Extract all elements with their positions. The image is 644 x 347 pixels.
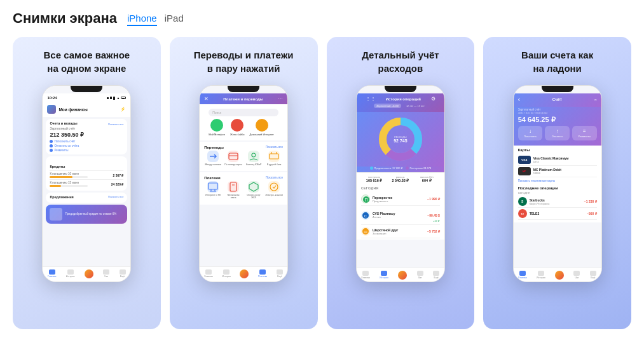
p4-show-inactive[interactable]: Показать неактивные карты	[518, 177, 597, 184]
p4-recent-1-info: Starbucks Кафе-Рестораны	[530, 198, 582, 205]
p4-nav-chat[interactable]: Чат	[573, 271, 580, 280]
phone-2: ✕ Платежи и переводы ⋯ Поиск Мой Мегафон…	[199, 85, 288, 282]
screenshot-card-4: Ваши счета какна ладони ‹ Счёт ✏ Зарплат…	[483, 37, 631, 329]
svg-text:Ш: Ш	[364, 230, 367, 234]
p4-btn-details[interactable]: ≡ Реквизиты	[572, 126, 597, 140]
p1-status-bar: 10:24 ▲	[43, 93, 130, 102]
p2-contact-1: Мой Мегафон	[209, 119, 225, 136]
p4-nav-more[interactable]: Ещё	[590, 271, 596, 280]
p2-payment-1[interactable]: Интернет и ТВ	[204, 181, 222, 199]
chat-icon	[259, 269, 266, 275]
p4-recent-date: СЕГОДНЯ	[518, 191, 597, 194]
p3-date-tab-2[interactable]: 12 авг — 19 авг	[404, 104, 427, 108]
p1-nav-more[interactable]: Ещё	[120, 269, 126, 280]
p3-transactions: П Перекресток Продовольст. −1 990 ₽ C	[357, 191, 444, 240]
chat-icon	[573, 271, 580, 276]
p2-nav-history[interactable]: История	[222, 269, 231, 280]
p2-title: Платежи и переводы	[223, 97, 263, 101]
p1-action-buttons: Пополнить счёт	[50, 140, 123, 143]
p1-title-row: Мои финансы ⚡	[43, 102, 130, 117]
p2-contact-2: Жена бэйби	[230, 119, 244, 136]
p2-nav-more[interactable]: Ещё	[277, 269, 283, 280]
p2-contacts: Мой Мегафон Жена бэйби Домашний Интернет	[204, 119, 283, 139]
p4-nav-pay[interactable]	[555, 271, 564, 280]
p2-transfer-3[interactable]: Клиенту ЮБиР	[245, 151, 263, 166]
tab-iphone[interactable]: iPhone	[127, 11, 157, 26]
p3-tx-1-info: Перекресток Продовольст.	[373, 196, 425, 203]
card-4-title: Ваши счета какна ладони	[521, 48, 593, 75]
p4-recent-icon-2: T2	[518, 209, 527, 218]
p2-nav-home[interactable]: Главная	[204, 269, 212, 280]
p4-btn-pay[interactable]: ↑ Оплатить	[545, 126, 570, 140]
p3-nav-history[interactable]: История	[380, 271, 388, 280]
payment-icon-2	[228, 181, 239, 193]
p4-recent-2-info: TELE2	[530, 212, 584, 215]
p1-accounts-section: Счета и вклады Показать все Зарплатный с…	[46, 119, 127, 154]
p2-transfer-2[interactable]: По номеру карты	[224, 151, 242, 166]
tab-ipad[interactable]: iPad	[165, 11, 184, 26]
p4-nav-home[interactable]: Главная	[518, 271, 526, 280]
p2-contact-3: Домашний Интернет	[249, 119, 273, 136]
tx-icon-1: П	[361, 194, 370, 203]
p4-card-1-info: Visa Classic Максимум 1074	[533, 156, 597, 163]
p2-payment-3[interactable]: Оплата услуг ЖКХ	[245, 181, 263, 199]
pay-icon	[85, 269, 93, 278]
transfer-icon-2	[228, 151, 239, 162]
p1-promo-banner: Предодобренный кредит по ставке 6%	[46, 205, 127, 224]
p3-header: ⋮⋮ История операций ⚙ Зарплатный +3430 1…	[357, 93, 444, 112]
p3-date-tab-1[interactable]: Зарплатный +3430	[374, 104, 401, 108]
p1-nav-history[interactable]: История	[66, 269, 75, 280]
p4-nav-history[interactable]: История	[537, 271, 545, 280]
p2-transfer-4[interactable]: В другой банк	[265, 151, 283, 166]
chat-icon	[417, 271, 423, 276]
battery-icon	[121, 97, 126, 99]
svg-text:П: П	[364, 198, 367, 202]
p3-stat-2: расход. 2 540.53 ₽	[387, 175, 413, 182]
page-title: Снимки экрана	[13, 10, 117, 27]
p2-back-icon[interactable]: ✕	[204, 96, 209, 102]
p4-back-icon[interactable]: ‹	[518, 96, 520, 103]
p3-nav-more[interactable]: Ещё	[433, 271, 439, 280]
p2-transfers-header: Переводы Показать все	[200, 144, 287, 151]
p1-btn-details[interactable]: Реквизиты	[50, 149, 123, 152]
screen-1: 10:24 ▲ Мои финансы ⚡ Сч	[43, 86, 130, 282]
p4-action-buttons: ↓ Пополнить ↑ Оплатить ≡ Реквизиты	[518, 126, 597, 140]
p1-btn-pay[interactable]: Оплатить со счёта	[50, 144, 123, 147]
transfer-icon-1	[207, 151, 219, 162]
p2-search[interactable]: Поиск	[209, 109, 278, 116]
p4-card-logo-2: MC	[518, 167, 531, 175]
p2-nav-pay[interactable]	[240, 269, 249, 280]
p4-recent-icon-1: S	[518, 197, 527, 206]
p4-account-section: Зарплатный счёт 40817 810 04 7894 01043 …	[514, 107, 601, 146]
p2-payment-2[interactable]: Мобильная связь	[224, 181, 242, 199]
p2-nav-chat[interactable]: Платежи	[258, 269, 267, 280]
tx-icon-2: C	[361, 211, 370, 220]
p4-cards-section: Карты VISA Visa Classic Максимум 1074 MC	[514, 146, 601, 222]
p4-btn-topup[interactable]: ↓ Пополнить	[518, 126, 543, 140]
p3-donut-chart: РАСХОДЫ 92 745	[378, 117, 423, 161]
payment-icon-4	[268, 181, 280, 193]
p1-btn-topup[interactable]: Пополнить счёт	[50, 140, 75, 143]
p1-nav-home[interactable]: Главная	[48, 269, 56, 280]
p1-credit-1: К погашению 10 июня 2 367 ₽	[50, 170, 123, 179]
p2-payment-4[interactable]: Электро- кошели	[265, 181, 283, 199]
p4-edit-icon[interactable]: ✏	[594, 98, 597, 102]
p3-stat-3: наличн./б/н 604 ₽	[414, 175, 440, 182]
p3-nav-home[interactable]: Главная	[362, 271, 370, 280]
p4-card-2-info: MC Platinum Debit 18084	[533, 168, 597, 175]
p4-card-1: VISA Visa Classic Максимум 1074	[518, 154, 597, 166]
p1-nav-pay[interactable]	[85, 269, 93, 280]
p1-app-name: Мои финансы	[58, 107, 88, 112]
p3-nav-chat[interactable]: Чат	[417, 271, 423, 280]
p1-promo-image	[50, 208, 62, 221]
p1-status-icons: ▲	[107, 96, 126, 100]
history-icon	[381, 271, 387, 276]
p3-stat-1: поступило 105 616 ₽	[361, 175, 387, 182]
p3-donut-area: РАСХОДЫ 92 745	[357, 112, 444, 167]
p2-transfer-1[interactable]: Между счетами	[204, 151, 222, 166]
p3-nav-pay[interactable]	[398, 271, 407, 280]
p2-bottom-nav: Главная История Платежи	[200, 266, 287, 282]
p1-nav-chat[interactable]: Чат	[103, 269, 109, 280]
p2-avatar-2	[231, 119, 243, 132]
p1-balance: 212 350.50 ₽	[50, 132, 123, 138]
